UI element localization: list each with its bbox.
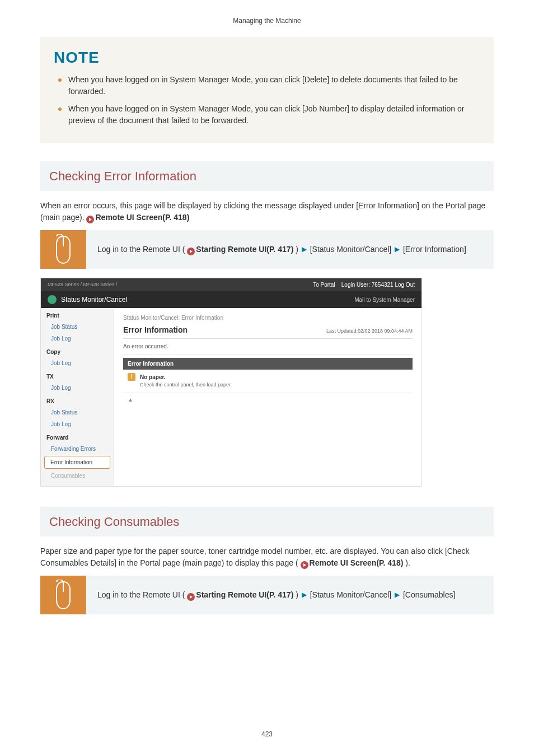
ss-side-group: Copy [41, 344, 114, 357]
mouse-icon [52, 580, 74, 611]
ss-pager[interactable]: ▲ [123, 393, 413, 406]
ss-subbar: Status Monitor/Cancel Mail to System Man… [41, 291, 421, 308]
chevron-right-icon: ▶ [302, 245, 307, 253]
ss-side-group: Print [41, 308, 114, 321]
ss-side-item[interactable]: Job Log [41, 357, 114, 369]
note-item: When you have logged on in System Manage… [58, 74, 480, 97]
ss-side-item[interactable]: Consumables [41, 470, 114, 482]
ss-model-line: MF528 Series / MF528 Series / [48, 281, 118, 289]
link-play-icon [187, 593, 195, 601]
ss-mail-link[interactable]: Mail to System Manager [354, 296, 415, 304]
ss-section-header: Error Information [123, 358, 413, 370]
instruction-prefix: Log in to the Remote UI ( [97, 245, 187, 254]
instruction-text: Log in to the Remote UI ( Starting Remot… [86, 230, 494, 269]
instruction-step-b: [Error Information] [403, 245, 466, 254]
ss-left-title: Status Monitor/Cancel [61, 295, 127, 305]
instruction-step-b: [Consumables] [403, 590, 455, 599]
chevron-right-icon: ▶ [302, 591, 307, 599]
ss-side-group: TX [41, 369, 114, 382]
chevron-right-icon: ▶ [395, 245, 400, 253]
remote-ui-screen-link[interactable]: Remote UI Screen(P. 418) [95, 213, 189, 222]
ss-sidebar: Print Job Status Job Log Copy Job Log TX… [41, 308, 114, 486]
instruction-block-error: Log in to the Remote UI ( Starting Remot… [40, 230, 494, 269]
instruction-icon-wrap [40, 576, 86, 614]
ss-main: Status Monitor/Cancel: Error Information… [114, 308, 421, 486]
remote-ui-screen-link[interactable]: Remote UI Screen(P. 418) [310, 558, 404, 567]
instruction-mid: ) [296, 590, 301, 599]
instruction-text: Log in to the Remote UI ( Starting Remot… [86, 576, 494, 614]
section-heading-error-info: Checking Error Information [40, 161, 494, 191]
instruction-icon-wrap [40, 230, 86, 269]
instruction-block-consumables: Log in to the Remote UI ( Starting Remot… [40, 576, 494, 614]
ss-error-message: An error occurred. [123, 342, 413, 354]
ss-side-item[interactable]: Job Log [41, 382, 114, 394]
note-item: When you have logged on in System Manage… [58, 103, 480, 127]
starting-remote-ui-link[interactable]: Starting Remote UI(P. 417) [196, 590, 293, 599]
ss-title-row: Error Information Last Updated:02/02 201… [123, 324, 413, 339]
ss-login-user: Login User: 7654321 Log Out [341, 282, 415, 288]
consumables-intro: Paper size and paper type for the paper … [40, 545, 494, 569]
mouse-icon [52, 234, 74, 265]
ss-error-desc: Check the control panel, then load paper… [140, 381, 232, 389]
error-info-screenshot: MF528 Series / MF528 Series / To Portal … [40, 278, 422, 487]
note-list: When you have logged on in System Manage… [54, 74, 480, 127]
ss-side-item[interactable]: Job Status [41, 321, 114, 333]
starting-remote-ui-link[interactable]: Starting Remote UI(P. 417) [196, 245, 293, 254]
section-heading-consumables: Checking Consumables [40, 507, 494, 536]
error-info-intro: When an error occurs, this page will be … [40, 200, 494, 223]
ss-error-entry: No paper. Check the control panel, then … [123, 370, 413, 393]
ss-side-item[interactable]: Job Log [41, 418, 114, 430]
ss-error-title: No paper. [140, 373, 232, 381]
instruction-step-a: [Status Monitor/Cancel] [310, 590, 392, 599]
page-number: 423 [0, 729, 534, 739]
link-play-icon [301, 561, 308, 569]
ss-last-updated: Last Updated:02/02 2018 09:04:44 AM [326, 328, 413, 335]
running-header: Managing the Machine [40, 0, 494, 37]
instruction-step-a: [Status Monitor/Cancel] [310, 245, 392, 254]
ss-side-item-active[interactable]: Error Information [44, 456, 110, 469]
ss-side-group: Forward [41, 430, 114, 443]
instruction-mid: ) [296, 245, 301, 254]
note-box: NOTE When you have logged on in System M… [40, 37, 494, 143]
ss-side-group: RX [41, 394, 114, 407]
alert-icon [128, 373, 135, 381]
ss-breadcrumb: Status Monitor/Cancel: Error Information [123, 314, 413, 322]
note-title: NOTE [54, 46, 480, 69]
ss-topbar: MF528 Series / MF528 Series / To Portal … [41, 278, 421, 291]
link-play-icon [86, 216, 94, 223]
ss-side-item[interactable]: Job Status [41, 407, 114, 418]
ss-side-item[interactable]: Forwarding Errors [41, 443, 114, 455]
ss-to-portal-link[interactable]: To Portal [313, 282, 335, 288]
ss-side-item[interactable]: Job Log [41, 333, 114, 344]
link-play-icon [187, 248, 195, 255]
globe-icon [48, 295, 57, 304]
chevron-right-icon: ▶ [395, 591, 400, 599]
instruction-prefix: Log in to the Remote UI ( [97, 590, 187, 599]
intro-post: ). [405, 558, 410, 567]
ss-content-title: Error Information [123, 324, 188, 336]
